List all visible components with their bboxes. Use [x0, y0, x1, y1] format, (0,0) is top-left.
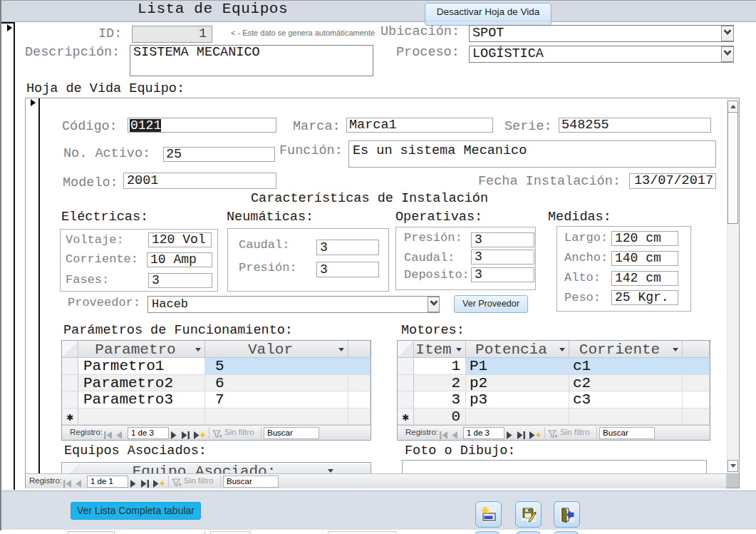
svg-text:...: ... — [522, 518, 527, 523]
